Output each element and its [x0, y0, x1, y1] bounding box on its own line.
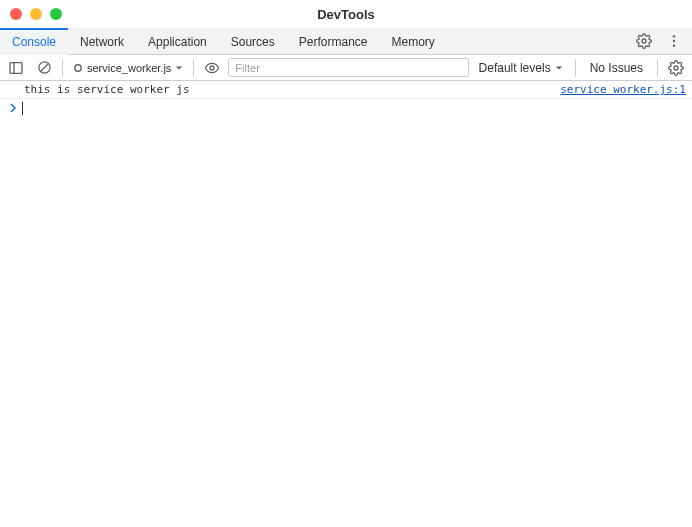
- close-window-button[interactable]: [10, 8, 22, 20]
- more-icon[interactable]: [662, 29, 686, 53]
- clear-console-icon[interactable]: [32, 56, 56, 80]
- prompt-caret-icon: [6, 103, 20, 113]
- console-settings-icon[interactable]: [664, 56, 688, 80]
- svg-rect-4: [10, 62, 22, 73]
- divider: [193, 59, 194, 77]
- log-levels-label: Default levels: [479, 61, 551, 75]
- console-toolbar: service_worker.js Default levels No Issu…: [0, 55, 692, 81]
- log-levels-selector[interactable]: Default levels: [473, 61, 569, 75]
- console-log-row: this is service worker js service worker…: [0, 81, 692, 99]
- context-status-icon: [73, 63, 83, 73]
- titlebar: DevTools: [0, 0, 692, 28]
- tab-performance[interactable]: Performance: [287, 28, 380, 55]
- svg-point-0: [642, 39, 646, 43]
- svg-line-7: [40, 64, 48, 72]
- toggle-sidebar-icon[interactable]: [4, 56, 28, 80]
- svg-point-1: [673, 35, 675, 37]
- tab-network[interactable]: Network: [68, 28, 136, 55]
- panel-tabs: Console Network Application Sources Perf…: [0, 28, 692, 55]
- svg-point-8: [75, 64, 81, 70]
- console-source-link[interactable]: service worker.js:1: [560, 83, 686, 96]
- minimize-window-button[interactable]: [30, 8, 42, 20]
- tab-memory[interactable]: Memory: [380, 28, 447, 55]
- svg-point-2: [673, 40, 675, 42]
- context-label: service_worker.js: [87, 62, 171, 74]
- console-area: this is service worker js service worker…: [0, 81, 692, 117]
- issues-label: No Issues: [582, 61, 651, 75]
- tab-sources[interactable]: Sources: [219, 28, 287, 55]
- filter-input[interactable]: [228, 58, 468, 77]
- svg-point-10: [674, 66, 678, 70]
- maximize-window-button[interactable]: [50, 8, 62, 20]
- tab-application[interactable]: Application: [136, 28, 219, 55]
- live-expression-icon[interactable]: [200, 56, 224, 80]
- console-prompt-row[interactable]: [0, 99, 692, 117]
- divider: [575, 59, 576, 77]
- console-message: this is service worker js: [24, 83, 560, 96]
- svg-point-3: [673, 44, 675, 46]
- window-title: DevTools: [0, 7, 692, 22]
- console-prompt-input[interactable]: [23, 101, 686, 115]
- chevron-down-icon: [555, 64, 563, 72]
- context-selector[interactable]: service_worker.js: [69, 58, 187, 78]
- traffic-lights: [10, 8, 62, 20]
- tab-console[interactable]: Console: [0, 28, 68, 55]
- divider: [657, 59, 658, 77]
- svg-point-9: [210, 66, 214, 70]
- settings-icon[interactable]: [632, 29, 656, 53]
- divider: [62, 59, 63, 77]
- chevron-down-icon: [175, 64, 183, 72]
